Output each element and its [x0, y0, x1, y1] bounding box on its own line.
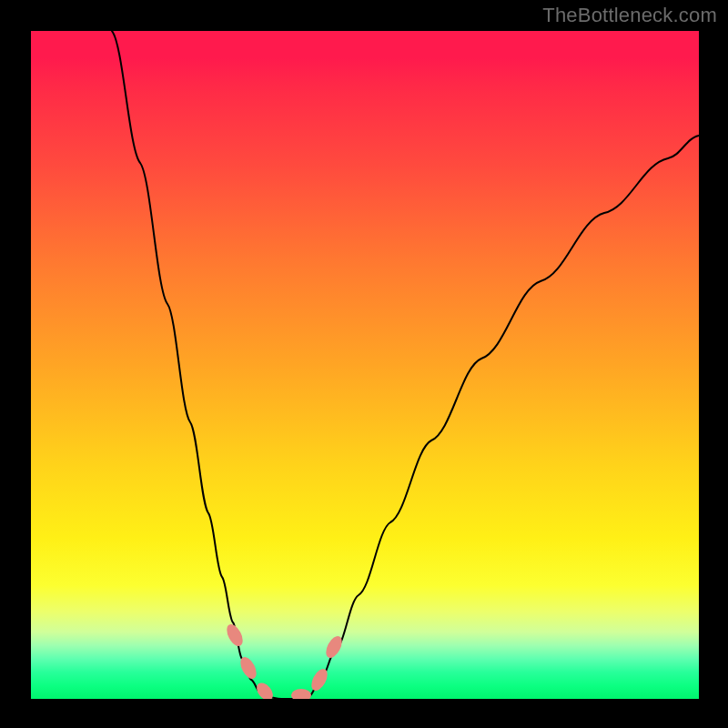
curve-layer — [31, 31, 699, 699]
watermark-text: TheBottleneck.com — [542, 4, 717, 27]
chart-frame: TheBottleneck.com — [0, 0, 728, 728]
curve-marker — [224, 622, 247, 649]
curve-marker — [238, 654, 260, 682]
bottleneck-curve — [112, 31, 699, 699]
plot-area — [31, 31, 699, 699]
curve-marker — [291, 689, 311, 699]
curve-marker — [308, 666, 331, 693]
curve-marker — [254, 680, 277, 699]
marker-group — [224, 622, 346, 699]
